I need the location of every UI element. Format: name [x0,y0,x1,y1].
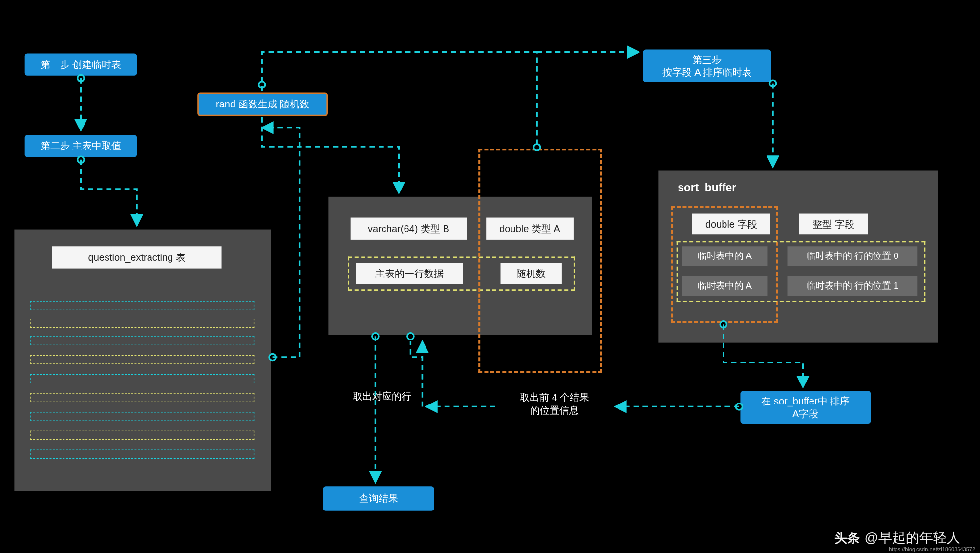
step3-line1: 第三步 [692,53,722,66]
take-row-label: 取出对应的行 [343,390,421,403]
sort-action-line2: A字段 [792,407,818,420]
varchar-b-cell: varchar(64) 类型 B [351,218,467,240]
sort-buffer-title: sort_buffer [678,181,736,194]
table-row [30,449,254,459]
step1-node: 第一步 创建临时表 [25,53,137,75]
rand-label: rand 函数生成 随机数 [216,98,309,110]
result-label: 查询结果 [359,492,398,505]
orange-dash-mid [478,149,602,373]
sort-action-node: 在 sor_buffer中 排序 A字段 [740,391,871,424]
result-node: 查询结果 [323,486,434,511]
table-row [30,319,254,328]
table-row [30,355,254,364]
table-row [30,336,254,345]
svg-point-5 [769,80,776,86]
step2-node: 第二步 主表中取值 [25,135,137,157]
step2-label: 第二步 主表中取值 [41,140,122,152]
step3-line2: 按字段 A 排序临时表 [662,66,752,79]
rand-node: rand 函数生成 随机数 [197,92,328,116]
watermark-url: https://blog.csdn.net/zl18603543572 [889,546,975,552]
table-row [30,412,254,421]
svg-point-1 [78,156,84,163]
table-row [30,374,254,383]
svg-point-0 [78,75,84,81]
step1-label: 第一步 创建临时表 [41,58,122,71]
watermark: 头条 @早起的年轻人 [834,529,960,547]
yellow-dash-sb [677,241,926,302]
table-row [30,393,254,402]
table-row [30,301,254,310]
sort-action-line1: 在 sor_buffer中 排序 [761,395,850,407]
step3-node: 第三步 按字段 A 排序临时表 [643,49,771,82]
int-field-cell: 整型 字段 [799,214,868,235]
take4-label: 取出前 4 个结果 的位置信息 [499,391,610,416]
watermark-author: @早起的年轻人 [865,529,960,547]
svg-point-2 [259,82,265,88]
table-row [30,431,254,440]
left-panel-title: question_extracting 表 [52,246,222,268]
watermark-head: 头条 [834,530,860,547]
